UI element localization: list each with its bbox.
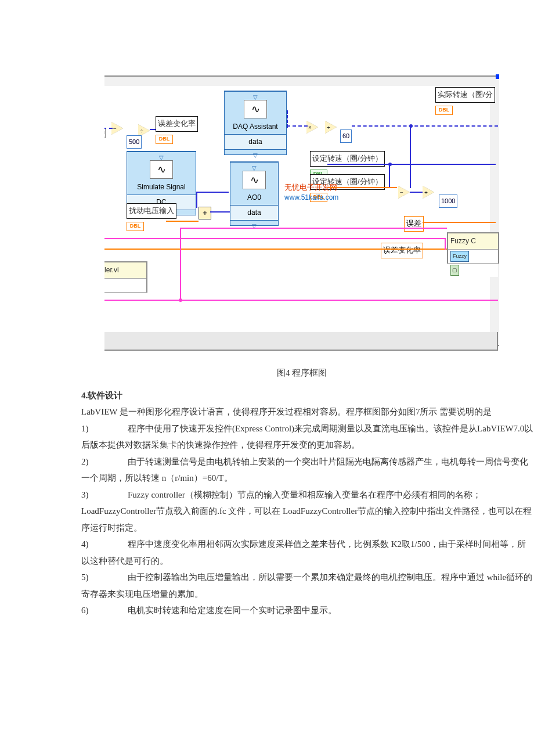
item-number: 2) <box>81 453 128 470</box>
dbl-terminal-icon: DBL <box>156 135 173 144</box>
watermark: 无忧电子开发网 www.51kaifa.com <box>284 183 338 203</box>
indicator-disturb-voltage: 扰动电压输入 DBL <box>127 203 176 232</box>
add-node: + <box>199 207 211 219</box>
item-number: 6) <box>81 602 128 619</box>
outer-frame-bottom <box>104 332 498 351</box>
dbl-terminal-icon: DBL <box>127 222 144 231</box>
daq-icon: ∿ <box>244 100 267 118</box>
item-text: 由于转速测量信号是由电机转轴上安装的一个突出叶片阻隔光电隔离传感器产生，电机每转… <box>81 457 528 483</box>
constant-1000: 1000 <box>439 195 457 208</box>
ao-node: ▽ ∿ AO0 data ▽ <box>230 161 279 226</box>
figure-caption: 图4 程序框图 <box>104 365 499 381</box>
list-item: 3)Fuzzy controller（模糊控制）节点的输入变量和相应输入变量名在… <box>81 487 534 537</box>
item-number: 4) <box>81 536 128 553</box>
list-item: 5)由于控制器输出为电压增量输出，所以需要一个累加来确定最终的电机控制电压。程序… <box>81 569 534 602</box>
load-fuzzy-controller-node: Load Fuzzy Controller.vi Fuzzy ▦◨ <box>104 261 147 293</box>
figure-4-diagram: ▲ ▼ − ÷ 500 误差变化率 DBL ▽ ∿ DAQ Assistant <box>104 70 499 360</box>
list-item: 4)程序中速度变化率用相邻两次实际速度采样值之差来替代，比例系数 K2取1/50… <box>81 536 534 569</box>
dbl-terminal-icon: DBL <box>435 106 453 115</box>
indicator-error-rate-2: 误差变化率 <box>381 243 423 258</box>
list-item: 6)电机实时转速和给定速度在同一个实时记录图中显示。 <box>81 602 534 619</box>
list-item: 2)由于转速测量信号是由电机转轴上安装的一个突出叶片阻隔光电隔离传感器产生，电机… <box>81 453 534 487</box>
output-chip-icon: ▢ <box>450 265 459 276</box>
intro-paragraph: LabVIEW 是一种图形化程序设计语言，使得程序开发过程相对容易。程序框图部分… <box>81 404 534 420</box>
section-title: 4.软件设计 <box>81 387 534 404</box>
corner-dot <box>496 74 499 79</box>
item-text: 由于控制器输出为电压增量输出，所以需要一个累加来确定最终的电机控制电压。程序中通… <box>81 573 532 599</box>
list-item: 1)程序中使用了快速开发控件(Express Control)来完成周期测量以及… <box>81 420 534 453</box>
item-text: 电机实时转速和给定速度在同一个实时记录图中显示。 <box>128 606 337 615</box>
item-number: 5) <box>81 569 128 586</box>
constant-500: 500 <box>127 135 142 149</box>
sim-icon: ∿ <box>150 160 173 179</box>
item-text: Fuzzy controller（模糊控制）节点的输入变量和相应输入变量名在程序… <box>81 490 532 532</box>
item-number: 1) <box>81 420 128 437</box>
item-text: 程序中速度变化率用相邻两次实际速度采样值之差来替代，比例系数 K2取1/500，… <box>81 539 526 566</box>
daq-assistant-node: ▽ ∿ DAQ Assistant data ▽ <box>224 91 287 155</box>
item-number: 3) <box>81 487 128 503</box>
constant-60: 60 <box>340 129 352 143</box>
item-text: 程序中使用了快速开发控件(Express Control)来完成周期测量以及直流… <box>81 424 533 450</box>
indicator-actual-speed: 实际转速（圈/分 DBL <box>435 87 495 116</box>
fuzzy-chip-icon: Fuzzy <box>450 251 469 262</box>
indicator-error: 误差 <box>404 216 424 232</box>
ao-icon: ∿ <box>243 171 266 189</box>
feedback-node <box>104 128 106 138</box>
fuzzy-controller-node: Fuzzy C Fuzzy ▢ <box>447 232 499 264</box>
indicator-error-rate: 误差变化率 DBL <box>156 116 198 145</box>
